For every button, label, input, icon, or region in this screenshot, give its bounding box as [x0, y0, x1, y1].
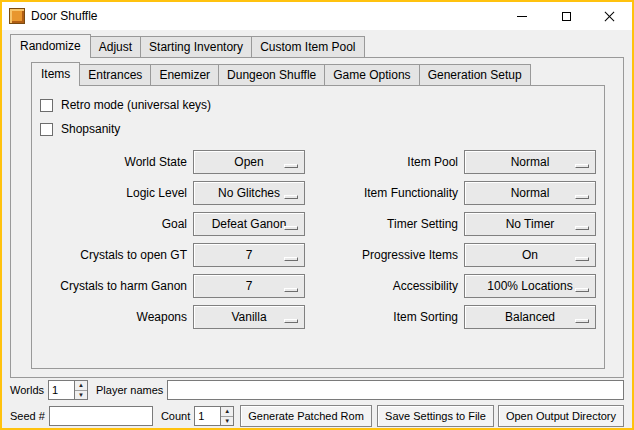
- dropdown-accessibility[interactable]: 100% Locations: [464, 274, 596, 298]
- tab-randomize[interactable]: Randomize: [10, 34, 91, 58]
- worlds-value: 1: [49, 381, 74, 399]
- spin-up-icon[interactable]: ▲: [221, 407, 233, 417]
- worlds-label: Worlds: [10, 384, 44, 396]
- retro-mode-row: Retro mode (universal keys): [40, 94, 596, 116]
- item-sorting-value: Balanced: [505, 310, 555, 324]
- shopsanity-checkbox[interactable]: [40, 123, 53, 136]
- dropdown-weapons[interactable]: Vanilla: [193, 305, 305, 329]
- secondary-tabs: Items Entrances Enemizer Dungeon Shuffle…: [31, 62, 605, 85]
- crystals-harm-ganon-value: 7: [246, 279, 253, 293]
- maximize-button[interactable]: [544, 2, 588, 30]
- dropdown-indicator-icon: [284, 319, 298, 323]
- settings-grid: World State Open Item Pool Normal Logic …: [40, 150, 596, 329]
- goal-label: Goal: [40, 217, 187, 231]
- dropdown-item-functionality[interactable]: Normal: [464, 181, 596, 205]
- shopsanity-row: Shopsanity: [40, 118, 596, 140]
- dropdown-crystals-open-gt[interactable]: 7: [193, 243, 305, 267]
- minimize-button[interactable]: [500, 2, 544, 30]
- item-functionality-value: Normal: [511, 186, 550, 200]
- tab-items[interactable]: Items: [31, 62, 80, 86]
- dropdown-indicator-icon: [284, 164, 298, 168]
- item-sorting-label: Item Sorting: [311, 310, 458, 324]
- crystals-harm-ganon-label: Crystals to harm Ganon: [40, 279, 187, 293]
- count-spinner-arrows: ▲ ▼: [220, 407, 233, 425]
- spin-down-icon[interactable]: ▼: [75, 391, 87, 400]
- worlds-spinner-arrows: ▲ ▼: [74, 381, 87, 399]
- window-controls: [500, 2, 632, 30]
- progressive-items-label: Progressive Items: [311, 248, 458, 262]
- worlds-spinner[interactable]: 1 ▲ ▼: [48, 380, 88, 400]
- items-pane: Retro mode (universal keys) Shopsanity W…: [31, 85, 605, 369]
- open-output-directory-button[interactable]: Open Output Directory: [498, 405, 624, 427]
- accessibility-value: 100% Locations: [487, 279, 572, 293]
- maximize-icon: [562, 12, 571, 21]
- dropdown-indicator-icon: [284, 288, 298, 292]
- dropdown-item-pool[interactable]: Normal: [464, 150, 596, 174]
- tab-custom-item-pool[interactable]: Custom Item Pool: [251, 36, 364, 57]
- goal-value: Defeat Ganon: [212, 217, 287, 231]
- retro-mode-checkbox[interactable]: [40, 99, 53, 112]
- window-body: Randomize Adjust Starting Inventory Cust…: [2, 30, 632, 430]
- dropdown-progressive-items[interactable]: On: [464, 243, 596, 267]
- app-icon: [9, 8, 25, 24]
- player-names-label: Player names: [96, 384, 163, 396]
- dropdown-indicator-icon: [575, 226, 589, 230]
- dropdown-indicator-icon: [575, 288, 589, 292]
- player-names-input[interactable]: [167, 380, 624, 400]
- spin-up-icon[interactable]: ▲: [75, 381, 87, 391]
- shopsanity-label: Shopsanity: [61, 122, 120, 136]
- retro-mode-label: Retro mode (universal keys): [61, 98, 211, 112]
- item-pool-value: Normal: [511, 155, 550, 169]
- dropdown-logic-level[interactable]: No Glitches: [193, 181, 305, 205]
- logic-level-value: No Glitches: [218, 186, 280, 200]
- seed-row: Seed # Count 1 ▲ ▼ Generate Patched Rom …: [10, 404, 624, 428]
- weapons-label: Weapons: [40, 310, 187, 324]
- tab-game-options[interactable]: Game Options: [324, 64, 419, 85]
- window-title: Door Shuffle: [31, 9, 500, 23]
- minimize-icon: [517, 16, 527, 17]
- timer-setting-value: No Timer: [506, 217, 555, 231]
- count-value: 1: [195, 407, 220, 425]
- tab-entrances[interactable]: Entrances: [79, 64, 151, 85]
- dropdown-indicator-icon: [284, 226, 298, 230]
- save-settings-button[interactable]: Save Settings to File: [377, 405, 494, 427]
- count-label: Count: [161, 410, 190, 422]
- weapons-value: Vanilla: [231, 310, 266, 324]
- dropdown-goal[interactable]: Defeat Ganon: [193, 212, 305, 236]
- count-spinner[interactable]: 1 ▲ ▼: [194, 406, 234, 426]
- item-pool-label: Item Pool: [311, 155, 458, 169]
- titlebar[interactable]: Door Shuffle: [2, 2, 632, 30]
- tab-generation-setup[interactable]: Generation Setup: [419, 64, 531, 85]
- logic-level-label: Logic Level: [40, 186, 187, 200]
- dropdown-indicator-icon: [575, 164, 589, 168]
- generate-patched-rom-button[interactable]: Generate Patched Rom: [240, 405, 372, 427]
- crystals-open-gt-value: 7: [246, 248, 253, 262]
- seed-label: Seed #: [10, 410, 45, 422]
- spin-down-icon[interactable]: ▼: [221, 417, 233, 426]
- dropdown-indicator-icon: [575, 257, 589, 261]
- primary-tabs: Randomize Adjust Starting Inventory Cust…: [10, 34, 624, 57]
- door-shuffle-window: Door Shuffle Randomize Adjust Starting I…: [0, 0, 634, 430]
- dropdown-crystals-harm-ganon[interactable]: 7: [193, 274, 305, 298]
- tab-dungeon-shuffle[interactable]: Dungeon Shuffle: [218, 64, 325, 85]
- world-state-value: Open: [234, 155, 263, 169]
- close-icon: [604, 10, 616, 22]
- timer-setting-label: Timer Setting: [311, 217, 458, 231]
- dropdown-indicator-icon: [284, 195, 298, 199]
- progressive-items-value: On: [522, 248, 538, 262]
- crystals-open-gt-label: Crystals to open GT: [40, 248, 187, 262]
- tab-enemizer[interactable]: Enemizer: [150, 64, 219, 85]
- bottom-bar: Worlds 1 ▲ ▼ Player names Seed #: [10, 378, 624, 428]
- close-button[interactable]: [588, 2, 632, 30]
- dropdown-world-state[interactable]: Open: [193, 150, 305, 174]
- dropdown-item-sorting[interactable]: Balanced: [464, 305, 596, 329]
- tab-adjust[interactable]: Adjust: [90, 36, 141, 57]
- item-functionality-label: Item Functionality: [311, 186, 458, 200]
- dropdown-indicator-icon: [575, 319, 589, 323]
- tab-starting-inventory[interactable]: Starting Inventory: [140, 36, 252, 57]
- world-state-label: World State: [40, 155, 187, 169]
- dropdown-indicator-icon: [284, 257, 298, 261]
- dropdown-indicator-icon: [575, 195, 589, 199]
- seed-input[interactable]: [49, 406, 153, 426]
- dropdown-timer-setting[interactable]: No Timer: [464, 212, 596, 236]
